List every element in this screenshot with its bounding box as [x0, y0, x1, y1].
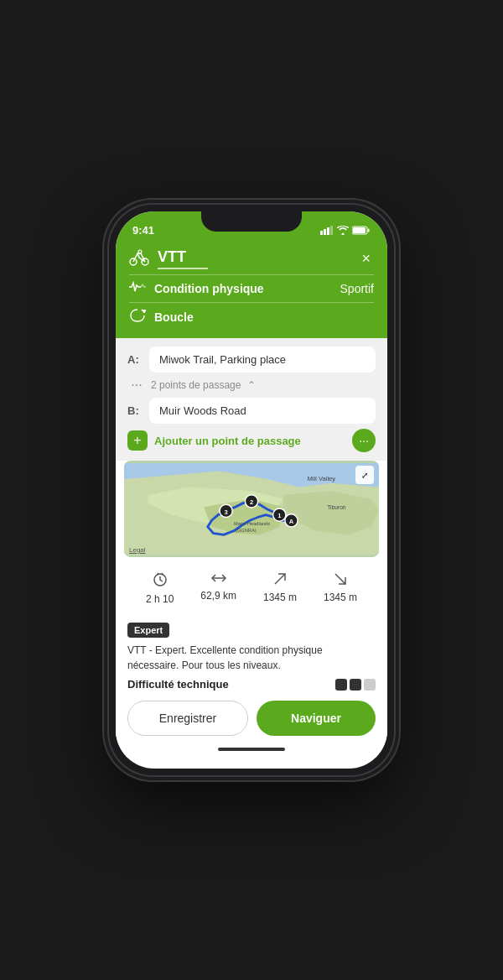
phone-screen: 9:41 — [116, 211, 387, 769]
svg-text:Marin Headlands: Marin Headlands — [234, 521, 270, 526]
point-b-input[interactable] — [149, 398, 376, 424]
svg-rect-0 — [320, 231, 323, 235]
waypoints-row: ··· 2 points de passage ⌃ — [127, 378, 376, 393]
svg-rect-1 — [324, 229, 326, 235]
point-b-label: B: — [127, 404, 143, 417]
point-a-input[interactable] — [149, 347, 376, 373]
svg-text:Tiburon: Tiburon — [327, 504, 346, 510]
difficulty-dot-3 — [364, 679, 376, 691]
point-b-row: B: — [127, 398, 376, 424]
time-value: 2 h 10 — [146, 593, 174, 605]
svg-rect-5 — [353, 227, 366, 233]
map-expand-button[interactable]: ⤢ — [355, 466, 374, 484]
svg-text:2: 2 — [250, 498, 253, 506]
difficulty-label: Difficulté technique — [127, 678, 229, 691]
route-section: A: ··· 2 points de passage ⌃ B: + Ajoute… — [116, 338, 387, 461]
header-row: VTT × — [129, 248, 374, 269]
add-waypoint-row: + Ajouter un point de passage ··· — [127, 429, 376, 452]
expert-description: VTT - Expert. Excellente condition physi… — [127, 643, 376, 673]
svg-text:3: 3 — [224, 508, 227, 516]
point-a-label: A: — [127, 353, 143, 366]
condition-row: Condition physique Sportif — [129, 280, 374, 297]
waypoints-arrow-icon: ⌃ — [247, 379, 256, 391]
map-container[interactable]: 1 2 3 A Mill Valley Tiburon Marin Headla… — [124, 461, 379, 557]
status-time: 9:41 — [132, 224, 154, 237]
time-icon — [153, 572, 168, 591]
header-area: VTT × Condition physique Sportif — [116, 242, 387, 338]
notch — [201, 211, 302, 232]
divider-2 — [129, 302, 374, 303]
difficulty-row: Difficulté technique — [127, 678, 376, 691]
add-waypoint-label[interactable]: Ajouter un point de passage — [154, 435, 301, 447]
header-title: VTT — [158, 248, 208, 269]
svg-rect-3 — [330, 226, 333, 235]
boucle-row: Boucle — [129, 308, 374, 326]
descent-icon — [334, 572, 347, 589]
ascent-icon — [273, 572, 287, 589]
more-options-button[interactable]: ··· — [352, 429, 376, 452]
expert-badge: Expert — [127, 623, 169, 638]
waypoints-dots-icon: ··· — [129, 378, 144, 393]
wifi-icon — [337, 226, 349, 237]
svg-line-28 — [335, 574, 345, 584]
difficulty-dots — [335, 679, 376, 691]
svg-rect-2 — [327, 227, 329, 235]
svg-text:A: A — [289, 518, 294, 525]
phone-frame: 9:41 — [109, 205, 394, 775]
add-left: + Ajouter un point de passage — [127, 430, 301, 451]
add-waypoint-icon[interactable]: + — [127, 430, 148, 451]
header-title-section: VTT — [129, 248, 358, 269]
svg-line-27 — [275, 574, 285, 584]
vtt-icon — [129, 249, 149, 269]
battery-icon — [352, 226, 371, 237]
signal-icon — [320, 226, 334, 237]
loop-icon — [129, 308, 146, 326]
stat-distance: 62,9 km — [200, 572, 236, 605]
svg-text:(GGNRA): (GGNRA) — [236, 528, 257, 533]
map-legal-text[interactable]: Legal — [129, 546, 146, 554]
save-button[interactable]: Enregistrer — [127, 701, 248, 736]
condition-left: Condition physique — [129, 280, 264, 297]
svg-rect-6 — [368, 229, 370, 232]
condition-label: Condition physique — [154, 282, 264, 295]
navigate-button[interactable]: Naviguer — [257, 701, 376, 736]
bottom-buttons: Enregistrer Naviguer — [116, 694, 387, 744]
condition-value: Sportif — [340, 282, 374, 295]
boucle-label: Boucle — [154, 310, 194, 324]
map-svg: 1 2 3 A Mill Valley Tiburon Marin Headla… — [124, 461, 379, 557]
distance-value: 62,9 km — [200, 590, 236, 602]
point-a-row: A: — [127, 347, 376, 373]
stat-descent: 1345 m — [324, 572, 357, 605]
stats-row: 2 h 10 62,9 km — [124, 564, 379, 610]
stat-time: 2 h 10 — [146, 572, 174, 605]
waypoints-text: 2 points de passage — [151, 379, 241, 391]
home-indicator — [116, 744, 387, 758]
expert-section: Expert VTT - Expert. Excellente conditio… — [116, 617, 387, 694]
status-icons — [320, 226, 371, 237]
difficulty-dot-1 — [335, 679, 347, 691]
svg-text:Mill Valley: Mill Valley — [308, 475, 336, 482]
divider-1 — [129, 274, 374, 275]
ascent-value: 1345 m — [263, 592, 297, 603]
stat-ascent: 1345 m — [263, 572, 297, 605]
distance-icon — [210, 572, 227, 587]
expand-icon: ⤢ — [361, 471, 368, 480]
descent-value: 1345 m — [324, 592, 357, 603]
difficulty-dot-2 — [350, 679, 361, 691]
heartbeat-icon — [129, 280, 146, 297]
close-button[interactable]: × — [358, 248, 374, 269]
home-bar — [218, 748, 285, 751]
